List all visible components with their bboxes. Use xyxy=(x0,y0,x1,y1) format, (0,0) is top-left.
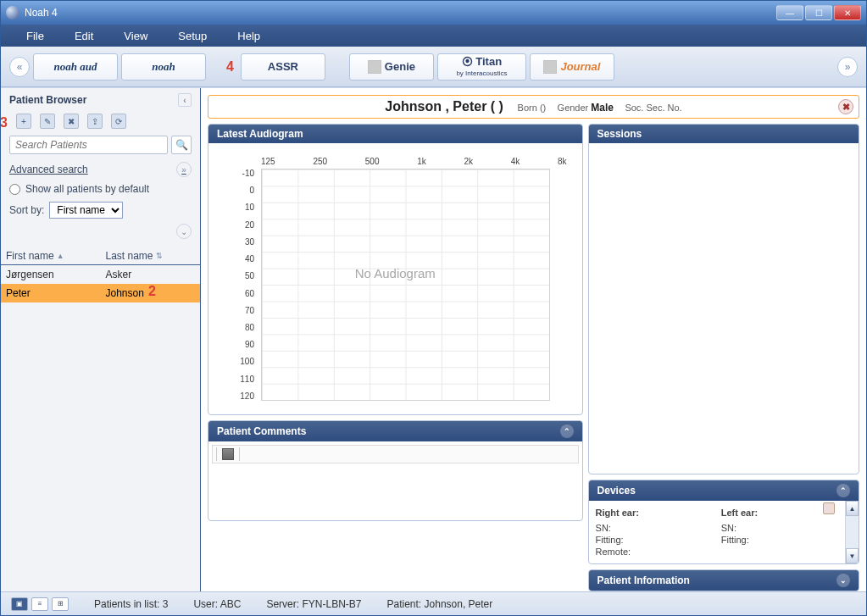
col-lastname[interactable]: Last name⇅ xyxy=(101,247,201,264)
module-journal[interactable]: Journal xyxy=(530,53,614,80)
right-fitting: Fitting: xyxy=(596,535,716,545)
sessions-body xyxy=(589,143,859,474)
table-row[interactable]: Jørgensen Asker xyxy=(1,265,200,284)
module-nav-next[interactable]: » xyxy=(837,57,858,77)
titlebar: Noah 4 — ☐ ✕ xyxy=(1,1,866,25)
col-firstname[interactable]: First name▲ xyxy=(1,247,101,264)
patient-browser: 3 Patient Browser ‹ + ✎ ✖ ⇪ ⟳ 🔍 Advanced… xyxy=(1,88,201,591)
minimize-button[interactable]: — xyxy=(776,5,803,20)
sortby-label: Sort by: xyxy=(9,204,44,216)
maximize-button[interactable]: ☐ xyxy=(805,5,832,20)
menu-edit[interactable]: Edit xyxy=(59,25,108,47)
audiogram-panel: Latest Audiogram 125 250 500 1k 2k 4k 8k xyxy=(208,124,583,415)
patientinfo-title: Patient Information xyxy=(597,574,690,586)
sort-asc-icon: ▲ xyxy=(57,252,64,260)
status-server: FYN-LBN-B7 xyxy=(302,598,361,610)
search-input[interactable] xyxy=(9,136,168,154)
save-icon[interactable] xyxy=(222,448,234,460)
menubar: File Edit View Setup Help xyxy=(1,25,866,47)
refresh-patient-icon[interactable]: ⟳ xyxy=(111,114,126,129)
device-config-icon[interactable] xyxy=(823,502,835,514)
menu-setup[interactable]: Setup xyxy=(163,25,222,47)
left-sn: SN: xyxy=(721,523,842,533)
right-sn: SN: xyxy=(596,523,716,533)
annotation-3: 3 xyxy=(1,115,8,130)
comments-panel: Patient Comments ⌃ xyxy=(208,420,583,521)
app-icon xyxy=(6,6,19,19)
add-patient-icon[interactable]: + xyxy=(16,114,31,129)
search-icon[interactable]: 🔍 xyxy=(171,136,192,154)
patientinfo-panel: Patient Information ⌄ xyxy=(588,569,859,591)
app-title: Noah 4 xyxy=(25,7,58,19)
devices-title: Devices xyxy=(597,485,636,497)
comments-textarea[interactable] xyxy=(212,463,579,514)
audiogram: 125 250 500 1k 2k 4k 8k -10 0 xyxy=(215,148,575,409)
pb-collapse-button[interactable]: ‹ xyxy=(178,93,192,107)
sortby-select[interactable]: First name xyxy=(49,202,123,219)
statusbar: ▣ ≡ ⊞ Patients in list: 3 User: ABC Serv… xyxy=(1,591,866,615)
module-titan[interactable]: ⦿ Titanby Interacoustics xyxy=(437,53,526,80)
remote-label: Remote: xyxy=(596,547,716,557)
menu-view[interactable]: View xyxy=(108,25,163,47)
patient-banner: Johnson , Peter ( ) Born () Gender Male … xyxy=(208,95,859,119)
scroll-down-icon[interactable]: ▼ xyxy=(846,548,859,563)
scroll-up-icon[interactable]: ▲ xyxy=(846,501,859,516)
sessions-title: Sessions xyxy=(597,128,642,140)
patientinfo-expand-icon[interactable]: ⌄ xyxy=(836,574,850,587)
annotation-2: 2 xyxy=(148,284,156,299)
annotation-4: 4 xyxy=(223,59,237,75)
module-genie[interactable]: Genie xyxy=(349,53,434,80)
pb-toolbar: + ✎ ✖ ⇪ ⟳ xyxy=(1,112,200,130)
comments-collapse-icon[interactable]: ⌃ xyxy=(560,425,574,438)
patient-browser-title: Patient Browser xyxy=(9,94,86,106)
module-noah[interactable]: noah xyxy=(121,53,206,80)
patient-count: 3 xyxy=(163,598,169,610)
close-button[interactable]: ✕ xyxy=(834,5,861,20)
sessions-panel: Sessions xyxy=(588,124,859,474)
module-nav-prev[interactable]: « xyxy=(9,57,30,77)
view-detail-icon[interactable]: ▣ xyxy=(11,597,28,611)
cell-first: Peter xyxy=(1,284,101,302)
view-grid-icon[interactable]: ⊞ xyxy=(52,597,69,611)
journal-icon xyxy=(543,60,557,74)
right-ear-label: Right ear: xyxy=(596,508,716,518)
edit-patient-icon[interactable]: ✎ xyxy=(40,114,55,129)
show-all-label: Show all patients by default xyxy=(25,183,149,195)
sort-icon: ⇅ xyxy=(156,252,163,260)
patient-name: Johnson , Peter ( ) xyxy=(385,99,503,114)
content-area: Johnson , Peter ( ) Born () Gender Male … xyxy=(201,88,866,591)
devices-scrollbar[interactable]: ▲ ▼ xyxy=(845,501,859,563)
module-noahaud[interactable]: noah aud xyxy=(33,53,118,80)
patient-close-icon[interactable]: ✖ xyxy=(838,99,853,114)
no-audiogram-label: No Audiogram xyxy=(215,266,575,280)
devices-collapse-icon[interactable]: ⌃ xyxy=(836,484,850,497)
genie-icon xyxy=(368,60,381,74)
advanced-expand-icon[interactable]: » xyxy=(176,162,192,177)
filter-collapse-icon[interactable]: ⌄ xyxy=(176,224,192,239)
audiogram-title: Latest Audiogram xyxy=(217,128,303,140)
menu-file[interactable]: File xyxy=(11,25,59,47)
left-fitting: Fitting: xyxy=(721,535,842,545)
show-all-radio[interactable] xyxy=(9,184,20,195)
module-toolbar: « noah aud noah 4 ASSR Genie ⦿ Titanby I… xyxy=(1,47,866,87)
status-user: ABC xyxy=(220,598,242,610)
menu-help[interactable]: Help xyxy=(222,25,275,47)
delete-patient-icon[interactable]: ✖ xyxy=(64,114,79,129)
module-assr[interactable]: ASSR xyxy=(241,53,325,80)
devices-panel: Devices ⌃ Right ear: SN: Fitting: Remote… xyxy=(588,480,859,564)
cell-first: Jørgensen xyxy=(1,265,101,284)
comments-toolbar xyxy=(212,445,579,463)
view-list-icon[interactable]: ≡ xyxy=(31,597,48,611)
status-patient: Johnson, Peter xyxy=(425,598,493,610)
export-patient-icon[interactable]: ⇪ xyxy=(87,114,103,129)
cell-last: Asker xyxy=(101,265,201,284)
audiogram-grid xyxy=(261,169,550,401)
advanced-search-link[interactable]: Advanced search xyxy=(9,164,88,175)
table-row[interactable]: Peter Johnson 2 xyxy=(1,284,200,302)
comments-title: Patient Comments xyxy=(217,425,306,437)
